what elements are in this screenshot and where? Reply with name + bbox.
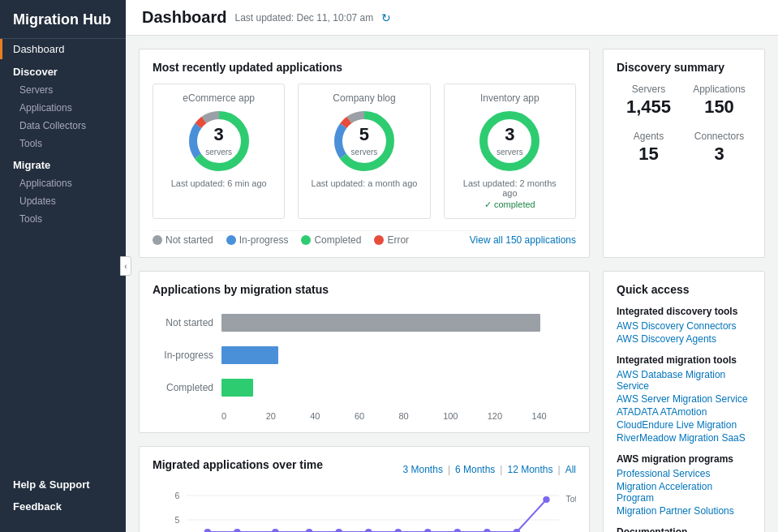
- svg-point-18: [204, 529, 211, 532]
- qa-section-title-programs: AWS migration programs: [617, 453, 751, 465]
- filter-12-months[interactable]: 12 Months: [507, 464, 552, 475]
- qa-link-atadata[interactable]: ATADATA ATAmotion: [617, 406, 751, 418]
- xaxis-0: 0: [221, 411, 266, 421]
- donut-label-ecommerce: servers: [205, 148, 232, 157]
- svg-point-22: [336, 529, 342, 532]
- qa-link-map[interactable]: Migration Acceleration Program: [617, 481, 751, 504]
- line-chart-header: Migrated applications over time 3 Months…: [153, 458, 576, 481]
- qa-link-agents[interactable]: AWS Discovery Agents: [617, 333, 751, 345]
- qa-section-migration-tools: Integrated migration tools AWS Database …: [617, 354, 751, 444]
- xaxis-40: 40: [310, 411, 355, 421]
- legend-label-in-progress: In-progress: [239, 234, 289, 246]
- recent-apps-title: Most recently updated applications: [153, 61, 576, 74]
- qa-section-discovery-tools: Integrated discovery tools AWS Discovery…: [617, 306, 751, 345]
- donut-number-blog: 5: [351, 124, 378, 145]
- qa-link-dms[interactable]: AWS Database Migration Service: [617, 369, 751, 392]
- legend-dot-error: [374, 235, 384, 245]
- donut-center-blog: 5 servers: [351, 124, 378, 158]
- app-updated-inventory: Last updated: 2 months ago: [456, 178, 564, 198]
- app-card-blog[interactable]: Company blog 5 servers: [298, 84, 430, 219]
- nav-group-discover: Discover: [0, 59, 126, 81]
- discovery-applications-label: Applications: [687, 84, 751, 95]
- xaxis-20: 20: [266, 411, 311, 421]
- app-card-ecommerce[interactable]: eCommerce app: [153, 84, 285, 219]
- svg-point-24: [395, 529, 402, 532]
- charts-col: Applications by migration status Not sta…: [139, 271, 590, 532]
- bar-in-progress: [221, 346, 278, 364]
- bar-label-completed: Completed: [153, 382, 213, 393]
- legend-label-completed: Completed: [314, 234, 361, 246]
- bar-container-not-started: [221, 314, 576, 332]
- qa-link-cloudendure[interactable]: CloudEndure Live Migration: [617, 419, 751, 431]
- donut-inventory: 3 servers: [477, 109, 542, 174]
- discovery-agents-value: 15: [617, 144, 681, 165]
- bar-container-in-progress: [221, 346, 576, 364]
- qa-link-rivermeadow[interactable]: RiverMeadow Migration SaaS: [617, 432, 751, 444]
- qa-link-professional[interactable]: Professional Services: [617, 468, 751, 479]
- line-chart-svg-wrapper: 6 5 Total: [153, 487, 576, 532]
- view-all-link[interactable]: View all 150 applications: [470, 234, 576, 246]
- discovery-connectors-value: 3: [687, 144, 751, 165]
- line-chart-svg: 6 5 Total: [153, 487, 576, 532]
- migration-status-title: Applications by migration status: [153, 283, 576, 296]
- svg-point-20: [272, 529, 278, 532]
- refresh-icon[interactable]: ↻: [381, 11, 391, 24]
- discovery-servers-label: Servers: [617, 84, 681, 95]
- sidebar-item-tools-migrate[interactable]: Tools: [0, 210, 126, 228]
- legend: Not started In-progress Completed Error: [153, 230, 576, 246]
- discovery-applications-value: 150: [687, 97, 751, 118]
- xaxis-80: 80: [399, 411, 444, 421]
- svg-point-21: [306, 529, 312, 532]
- sidebar-item-updates[interactable]: Updates: [0, 192, 126, 210]
- bar-row-not-started: Not started: [153, 314, 576, 332]
- donut-blog: 5 servers: [332, 109, 397, 174]
- sidebar-collapse-button[interactable]: ‹: [120, 256, 131, 276]
- xaxis-100: 100: [443, 411, 488, 421]
- filter-sep-3: |: [558, 464, 561, 475]
- xaxis-120: 120: [488, 411, 532, 421]
- discovery-grid: Servers 1,455 Applications 150 Agents 15…: [617, 84, 751, 165]
- xaxis-60: 60: [355, 411, 399, 421]
- filter-sep-2: |: [500, 464, 502, 475]
- legend-dot-not-started: [153, 235, 162, 245]
- sidebar-item-help[interactable]: Help & Support: [0, 472, 126, 494]
- sidebar-item-dashboard[interactable]: Dashboard: [0, 39, 126, 59]
- sidebar-item-applications-migrate[interactable]: Applications: [0, 174, 126, 192]
- donut-center-ecommerce: 3 servers: [205, 124, 232, 158]
- legend-in-progress: In-progress: [226, 234, 289, 246]
- nav-section: Dashboard Discover Servers Applications …: [0, 39, 126, 228]
- filter-3-months[interactable]: 3 Months: [403, 464, 443, 475]
- recent-apps-panel: Most recently updated applications eComm…: [139, 49, 590, 258]
- qa-link-connectors[interactable]: AWS Discovery Connectors: [617, 320, 751, 332]
- filter-all[interactable]: All: [565, 464, 576, 475]
- svg-text:5: 5: [175, 516, 180, 525]
- qa-link-partner[interactable]: Migration Partner Solutions: [617, 505, 751, 517]
- app-name-inventory: Inventory app: [456, 92, 564, 104]
- bottom-row: Applications by migration status Not sta…: [139, 271, 765, 532]
- bar-label-not-started: Not started: [153, 317, 213, 328]
- discovery-panel: Discovery summary Servers 1,455 Applicat…: [603, 49, 765, 258]
- sidebar-item-feedback[interactable]: Feedback: [0, 494, 126, 516]
- sidebar-item-tools-discover[interactable]: Tools: [0, 135, 126, 152]
- sidebar-item-data-collectors[interactable]: Data Collectors: [0, 117, 126, 135]
- sidebar-item-applications-discover[interactable]: Applications: [0, 99, 126, 117]
- page-header: Dashboard Last updated: Dec 11, 10:07 am…: [126, 0, 778, 36]
- filter-sep-1: |: [448, 464, 450, 475]
- filter-6-months[interactable]: 6 Months: [455, 464, 495, 475]
- svg-point-19: [234, 529, 240, 532]
- sidebar: Migration Hub Dashboard Discover Servers…: [0, 0, 126, 532]
- qa-section-title-docs: Documentation: [617, 526, 751, 532]
- donut-ecommerce: 3 servers: [187, 109, 251, 174]
- legend-dot-completed: [301, 235, 311, 245]
- app-card-inventory[interactable]: Inventory app 3 servers Last updated: 2 …: [444, 84, 576, 219]
- line-chart-panel: Migrated applications over time 3 Months…: [139, 446, 590, 532]
- legend-error: Error: [374, 234, 409, 246]
- discovery-connectors: Connectors 3: [687, 131, 751, 165]
- sidebar-item-servers[interactable]: Servers: [0, 81, 126, 99]
- donut-center-inventory: 3 servers: [496, 124, 523, 158]
- bottom-links: Help & Support Feedback: [0, 472, 126, 532]
- legend-completed: Completed: [301, 234, 361, 246]
- qa-section-programs: AWS migration programs Professional Serv…: [617, 453, 751, 517]
- qa-link-sms[interactable]: AWS Server Migration Service: [617, 393, 751, 405]
- time-filters: 3 Months | 6 Months | 12 Months | All: [403, 464, 576, 475]
